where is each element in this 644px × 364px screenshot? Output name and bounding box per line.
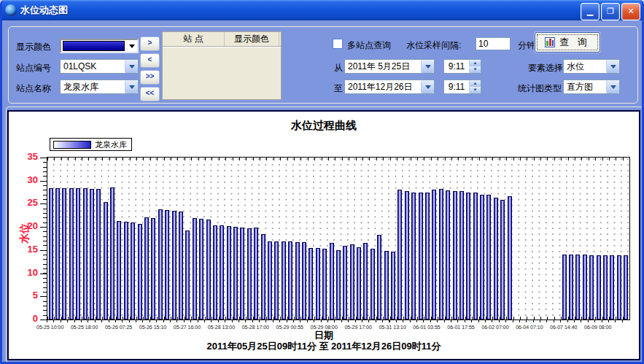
bar bbox=[302, 242, 306, 320]
chart-type-label: 统计图类型 bbox=[518, 82, 562, 95]
bar bbox=[261, 234, 265, 320]
bar bbox=[425, 193, 430, 320]
move-left-button[interactable]: < bbox=[140, 53, 160, 68]
bar bbox=[357, 247, 361, 320]
bar bbox=[206, 220, 211, 320]
bar bbox=[508, 196, 512, 320]
from-time-value: 9:11 bbox=[444, 61, 469, 71]
bar bbox=[583, 255, 587, 320]
from-date-picker[interactable]: 2011年 5月25日 bbox=[344, 59, 435, 74]
multi-station-label: 多站点查询 bbox=[347, 39, 391, 52]
minimize-button[interactable]: ▁ bbox=[581, 3, 600, 20]
bar bbox=[603, 255, 608, 320]
y-tick-label: 10 bbox=[10, 267, 38, 278]
query-button[interactable]: 查 询 bbox=[535, 32, 600, 53]
chevron-down-icon[interactable] bbox=[421, 80, 434, 93]
bar bbox=[282, 241, 286, 320]
station-name-value: 龙泉水库 bbox=[61, 81, 125, 93]
chevron-down-icon[interactable] bbox=[125, 80, 138, 93]
bar bbox=[213, 225, 217, 320]
bar bbox=[49, 188, 53, 320]
to-label: 至 bbox=[334, 82, 343, 95]
bar bbox=[193, 218, 197, 320]
bar bbox=[233, 227, 238, 320]
spin-up-icon[interactable]: ▲ bbox=[470, 80, 481, 87]
x-tick-label: 05-28 13:00 bbox=[208, 325, 235, 330]
station-name-combobox[interactable]: 龙泉水库 bbox=[60, 80, 139, 94]
bar bbox=[96, 189, 101, 320]
bar bbox=[391, 252, 395, 320]
bar bbox=[405, 191, 409, 320]
bar bbox=[624, 255, 628, 320]
bar bbox=[322, 249, 327, 320]
maximize-button[interactable]: ❐ bbox=[601, 3, 620, 20]
close-button[interactable]: ✕ bbox=[621, 3, 640, 20]
x-tick-label: 05-29 08:00 bbox=[311, 325, 338, 330]
plot-area bbox=[47, 157, 630, 320]
move-all-right-button[interactable]: >> bbox=[140, 70, 160, 85]
bar bbox=[62, 188, 66, 320]
display-color-label: 显示颜色 bbox=[16, 41, 51, 53]
app-window: 水位动态图 ▁ ❐ ✕ 显示颜色 站点编号 01LQSK 站点名称 龙泉水库 >… bbox=[0, 0, 644, 364]
bar bbox=[486, 195, 491, 320]
interval-label: 水位采样间隔: bbox=[406, 39, 461, 52]
x-tick-label: 05-31 13:10 bbox=[379, 325, 406, 330]
chevron-down-icon[interactable] bbox=[606, 60, 619, 73]
bar bbox=[500, 200, 505, 320]
chevron-down-icon[interactable] bbox=[126, 41, 137, 51]
spin-down-icon[interactable]: ▼ bbox=[470, 87, 481, 93]
color-swatch bbox=[63, 41, 125, 51]
bar bbox=[343, 246, 347, 320]
bar bbox=[83, 188, 88, 320]
bar bbox=[617, 255, 621, 320]
move-all-left-button[interactable]: << bbox=[140, 87, 160, 101]
multi-station-checkbox[interactable] bbox=[333, 39, 343, 49]
bar bbox=[562, 255, 567, 320]
station-code-label: 站点编号 bbox=[16, 62, 51, 74]
chart-title: 水位过程曲线 bbox=[9, 119, 639, 133]
chevron-down-icon[interactable] bbox=[125, 60, 138, 73]
chart-type-combobox[interactable]: 直方图 bbox=[563, 80, 620, 94]
x-tick-label: 06-02 07:00 bbox=[481, 325, 508, 330]
bar bbox=[446, 190, 450, 320]
bar bbox=[309, 248, 313, 320]
bar bbox=[55, 188, 60, 320]
top-minor-ticks bbox=[47, 158, 629, 160]
move-right-button[interactable]: > bbox=[140, 36, 160, 51]
chart-panel: 水位过程曲线 龙泉水库 水位 日期 2011年05月25日09时11分 至 20… bbox=[7, 110, 640, 360]
title-bar[interactable]: 水位动态图 ▁ ❐ ✕ bbox=[0, 0, 644, 20]
x-tick-label: 06-09 08:00 bbox=[584, 325, 611, 330]
from-time-spinner[interactable]: 9:11 ▲▼ bbox=[443, 59, 481, 74]
chevron-down-icon[interactable] bbox=[606, 80, 619, 93]
bar bbox=[330, 243, 334, 320]
to-time-spinner[interactable]: 9:11 ▲▼ bbox=[443, 80, 481, 94]
x-tick-label: 05-28 17:00 bbox=[242, 325, 269, 330]
element-combobox[interactable]: 水位 bbox=[563, 59, 620, 74]
bar bbox=[459, 191, 464, 320]
y-axis-major-ticks bbox=[40, 158, 47, 320]
spin-down-icon[interactable]: ▼ bbox=[470, 66, 481, 73]
to-date-picker[interactable]: 2011年12月26日 bbox=[344, 80, 435, 94]
to-date-value: 2011年12月26日 bbox=[345, 81, 421, 93]
display-color-combobox[interactable] bbox=[60, 39, 139, 53]
from-date-value: 2011年 5月25日 bbox=[345, 61, 421, 73]
column-header-station[interactable]: 站 点 bbox=[163, 32, 225, 46]
bar bbox=[432, 190, 436, 320]
toolbar-groupbox: 显示颜色 站点编号 01LQSK 站点名称 龙泉水库 > < >> << 站 点… bbox=[8, 26, 638, 104]
x-tick-label: 05-26 07:25 bbox=[105, 325, 132, 330]
column-header-color[interactable]: 显示颜色 bbox=[225, 32, 279, 46]
bar bbox=[336, 250, 341, 320]
bar bbox=[138, 224, 142, 320]
interval-input[interactable] bbox=[476, 37, 511, 50]
element-value: 水位 bbox=[564, 61, 606, 73]
bar bbox=[494, 198, 498, 320]
x-tick-label: 05-29 17:00 bbox=[344, 325, 371, 330]
station-list-table: 站 点 显示颜色 bbox=[162, 31, 282, 100]
bar bbox=[295, 242, 300, 320]
x-tick-label: 05-27 16:00 bbox=[174, 325, 201, 330]
station-code-combobox[interactable]: 01LQSK bbox=[60, 59, 139, 74]
chevron-down-icon[interactable] bbox=[421, 60, 434, 73]
bar bbox=[350, 244, 354, 320]
bar bbox=[179, 212, 183, 320]
spin-up-icon[interactable]: ▲ bbox=[470, 60, 481, 66]
